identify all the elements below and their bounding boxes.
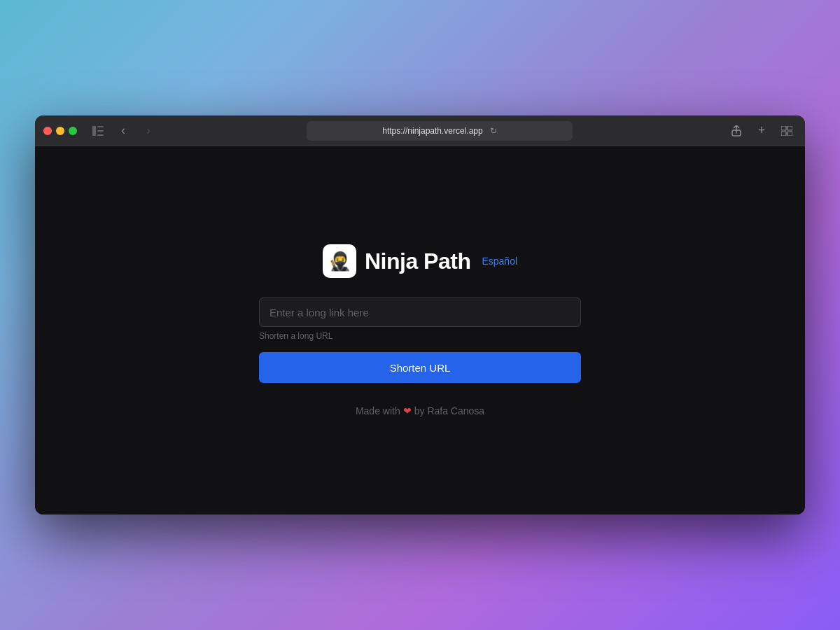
svg-rect-7 <box>781 132 786 136</box>
browser-toolbar: ‹ › https://ninjapath.vercel.app ↻ + <box>35 115 805 146</box>
reload-icon[interactable]: ↻ <box>490 126 497 136</box>
browser-window: ‹ › https://ninjapath.vercel.app ↻ + <box>35 115 805 514</box>
address-bar[interactable]: https://ninjapath.vercel.app ↻ <box>307 121 573 141</box>
app-logo: 🥷 <box>323 244 356 278</box>
svg-rect-5 <box>781 126 786 130</box>
footer-prefix: Made with <box>356 405 400 416</box>
new-tab-button[interactable]: + <box>752 121 771 141</box>
svg-rect-0 <box>92 126 96 136</box>
footer: Made with ❤ by Rafa Canosa <box>356 405 484 416</box>
logo-emoji: 🥷 <box>328 251 351 272</box>
shorten-url-button[interactable]: Shorten URL <box>259 352 581 383</box>
svg-rect-3 <box>97 134 104 136</box>
url-input[interactable] <box>259 298 581 327</box>
browser-content: 🥷 Ninja Path Español Shorten a long URL … <box>35 146 805 514</box>
forward-button[interactable]: › <box>139 121 158 141</box>
footer-suffix: by Rafa Canosa <box>414 405 484 416</box>
heart-icon: ❤ <box>403 405 412 416</box>
minimize-button[interactable] <box>56 127 64 135</box>
maximize-button[interactable] <box>69 127 77 135</box>
traffic-lights <box>43 127 77 135</box>
svg-rect-2 <box>97 130 104 132</box>
back-button[interactable]: ‹ <box>113 121 133 141</box>
svg-rect-8 <box>788 132 792 136</box>
input-hint: Shorten a long URL <box>259 331 332 341</box>
sidebar-icon[interactable] <box>88 121 108 141</box>
app-title: Ninja Path <box>365 248 470 274</box>
address-bar-container: https://ninjapath.vercel.app ↻ <box>164 121 715 141</box>
language-link[interactable]: Español <box>482 255 517 267</box>
svg-rect-1 <box>97 126 104 127</box>
svg-rect-6 <box>788 126 792 130</box>
url-text: https://ninjapath.vercel.app <box>382 126 482 136</box>
toolbar-right: + <box>727 121 797 141</box>
app-container: 🥷 Ninja Path Español Shorten a long URL … <box>259 244 581 416</box>
tabs-overview-button[interactable] <box>777 121 797 141</box>
close-button[interactable] <box>43 127 52 135</box>
app-header: 🥷 Ninja Path Español <box>323 244 517 278</box>
share-button[interactable] <box>727 121 746 141</box>
